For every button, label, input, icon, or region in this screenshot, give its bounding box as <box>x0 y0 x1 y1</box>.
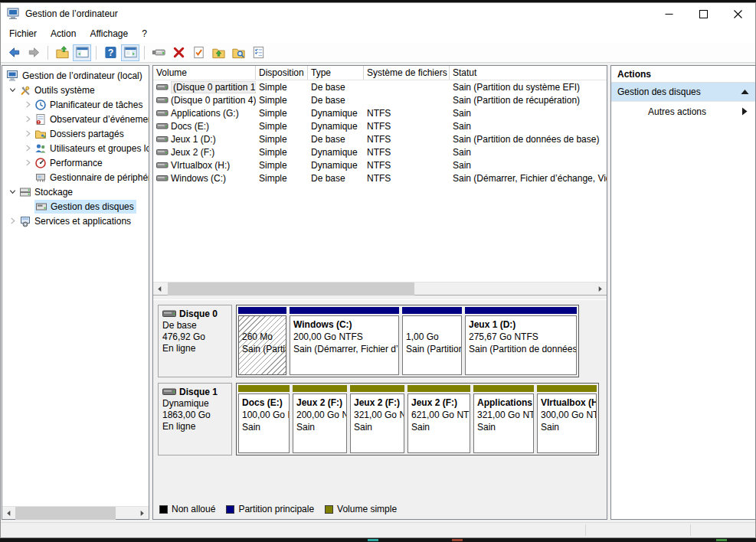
maximize-button[interactable] <box>686 3 721 24</box>
scroll-left-icon[interactable] <box>153 282 166 295</box>
tree-item-label: Dossiers partagés <box>50 129 124 139</box>
chevron-collapsed-icon[interactable] <box>6 216 19 227</box>
chevron-expanded-icon[interactable] <box>6 85 19 96</box>
scroll-right-icon[interactable] <box>594 282 607 295</box>
tree-item-utilisateurs-groupes[interactable]: Utilisateurs et groupes locaux <box>2 141 149 155</box>
extend-volume-button[interactable] <box>209 44 227 61</box>
show-action-pane-button[interactable] <box>121 44 139 61</box>
menu-action[interactable]: Action <box>44 26 83 41</box>
actions-group-gestion-des-disques[interactable]: Gestion des disques <box>611 83 755 102</box>
volume-layout: Simple <box>256 121 308 132</box>
partition-status: Sain (Démarrer, Fichier d’échange, Vidag… <box>293 343 398 355</box>
column-header-statut[interactable]: Statut <box>450 66 607 80</box>
delete-volume-button[interactable] <box>169 44 188 61</box>
tree-selection-highlight: Gestion des disques <box>34 200 136 214</box>
tree-item-planificateur[interactable]: Planificateur de tâches <box>2 97 149 112</box>
partition-docs-e[interactable]: Docs (E:) 100,00 Go NTFS Sain <box>238 385 290 453</box>
volume-icon <box>156 175 169 182</box>
tree-item-computer-management[interactable]: Gestion de l’ordinateur (local) <box>2 68 149 83</box>
console-tree: Gestion de l’ordinateur (local) Outils s… <box>2 66 149 506</box>
menu-fichier[interactable]: Fichier <box>2 26 44 41</box>
forward-icon <box>27 45 41 60</box>
rescan-disks-button[interactable] <box>149 44 168 61</box>
volume-row[interactable]: VIrtualbox (H:) Simple Dynamique NTFS Sa… <box>153 158 607 171</box>
partition-label: Jeux 2 (F:) <box>354 397 404 409</box>
collapse-arrow-icon[interactable] <box>741 89 749 95</box>
partition-efi[interactable]: 260 Mo Sain (Partition du système EFI) <box>238 307 286 375</box>
volume-fs: NTFS <box>364 108 450 119</box>
legend: Non alloué Partition principale Volume s… <box>158 502 602 516</box>
chevron-none <box>21 201 34 212</box>
volume-list-horizontal-scrollbar[interactable] <box>153 282 607 295</box>
volume-type: De base <box>308 82 364 93</box>
volume-row[interactable]: Windows (C:) Simple De base NTFS Sain (D… <box>153 171 607 184</box>
up-folder-icon <box>55 45 70 60</box>
partition-jeux1-d[interactable]: Jeux 1 (D:) 275,67 Go NTFS Sain (Partiti… <box>465 307 577 375</box>
volume-row[interactable]: (Disque 0 partition 1) Simple De base Sa… <box>153 80 607 93</box>
tree-item-performance[interactable]: Performance <box>2 155 149 170</box>
chevron-expanded-icon[interactable] <box>6 187 19 198</box>
tree-item-observateur[interactable]: Observateur d’événements <box>2 112 149 126</box>
back-button[interactable] <box>5 44 23 61</box>
scrollbar-track[interactable] <box>166 282 594 295</box>
disk1-label-panel[interactable]: Disque 1 Dynamique 1863,00 Go En ligne <box>158 383 232 455</box>
volume-layout: Simple <box>256 82 308 93</box>
volume-list: Volume Disposition Type Système de fichi… <box>153 66 607 282</box>
partition-virtualbox-h[interactable]: VIrtualbox (H:) 300,00 Go NTFS Sain <box>537 385 597 453</box>
tree-item-gestionnaire-peripheriques[interactable]: Gestionnaire de périphériques <box>2 170 149 184</box>
partition-recovery[interactable]: 1,00 Go Sain (Partition de récupération) <box>402 307 462 375</box>
tree-item-label: Stockage <box>34 187 73 198</box>
chevron-collapsed-icon[interactable] <box>21 100 34 110</box>
actions-item-autres-actions[interactable]: Autres actions <box>611 102 755 121</box>
up-folder-button[interactable] <box>53 44 71 61</box>
menu-affichage[interactable]: Affichage <box>83 26 135 41</box>
volume-row[interactable]: Jeux 1 (D:) Simple De base NTFS Sain (Pa… <box>153 132 607 145</box>
tree-item-services-applications[interactable]: Services et applications <box>2 214 149 228</box>
column-header-disposition[interactable]: Disposition <box>256 66 308 80</box>
tree-item-stockage[interactable]: Stockage <box>2 184 149 199</box>
app-icon[interactable] <box>7 8 21 20</box>
partition-jeux2-f-2[interactable]: Jeux 2 (F:) 321,00 Go NTFS Sain <box>350 385 404 453</box>
chevron-collapsed-icon[interactable] <box>21 129 34 139</box>
mark-partition-active-button[interactable] <box>189 44 208 61</box>
explore-button[interactable] <box>229 44 247 61</box>
folder-magnifier-icon <box>231 45 246 60</box>
close-button[interactable] <box>721 3 755 24</box>
column-header-type[interactable]: Type <box>308 66 364 80</box>
minimize-button[interactable] <box>652 3 686 24</box>
desktop-fragment <box>716 539 727 541</box>
tree-item-outils-systeme[interactable]: Outils système <box>2 83 149 97</box>
column-header-fs[interactable]: Système de fichiers <box>364 66 450 80</box>
partition-windows-c[interactable]: Windows (C:) 200,00 Go NTFS Sain (Démarr… <box>290 307 399 375</box>
partition-jeux2-f-1[interactable]: Jeux 2 (F:) 200,00 Go NTFS Sain <box>293 385 347 453</box>
toolbar-separator <box>47 46 48 60</box>
volume-row[interactable]: Applications (G:) Simple Dynamique NTFS … <box>153 106 607 119</box>
volume-row[interactable]: Docs (E:) Simple Dynamique NTFS Sain <box>153 119 607 132</box>
volume-row[interactable]: (Disque 0 partition 4) Simple De base Sa… <box>153 93 607 106</box>
tree-item-gestion-des-disques[interactable]: Gestion des disques <box>2 199 149 214</box>
chevron-collapsed-icon[interactable] <box>21 158 34 168</box>
forward-button[interactable] <box>25 44 43 61</box>
chevron-collapsed-icon[interactable] <box>21 114 34 125</box>
help-button[interactable]: ? <box>101 44 119 61</box>
scrollbar-thumb[interactable] <box>168 282 414 295</box>
scrollbar-thumb[interactable] <box>15 507 116 520</box>
scroll-right-icon[interactable] <box>136 507 149 520</box>
check-page-icon <box>191 45 206 60</box>
partition-applications-g[interactable]: Applications 321,00 Go NTFS Sain <box>473 385 534 453</box>
column-header-volume[interactable]: Volume <box>153 66 256 80</box>
volume-row[interactable]: Jeux 2 (F:) Simple Dynamique NTFS Sain <box>153 145 607 158</box>
disk0-label-panel[interactable]: Disque 0 De base 476,92 Go En ligne <box>158 305 232 377</box>
tree-item-dossiers-partages[interactable]: Dossiers partagés <box>2 126 149 141</box>
properties-button[interactable] <box>249 44 267 61</box>
scroll-left-icon[interactable] <box>2 507 15 520</box>
partition-label <box>242 318 286 331</box>
scrollbar-track[interactable] <box>15 507 136 520</box>
chevron-collapsed-icon[interactable] <box>21 143 34 154</box>
show-console-tree-button[interactable] <box>73 44 91 61</box>
tree-horizontal-scrollbar[interactable] <box>2 506 149 519</box>
menu-help[interactable]: ? <box>135 26 154 41</box>
partition-jeux2-f-3[interactable]: Jeux 2 (F:) 621,00 Go NTFS Sain <box>407 385 470 453</box>
pane-splitter[interactable] <box>153 295 607 300</box>
submenu-arrow-icon <box>741 107 748 116</box>
